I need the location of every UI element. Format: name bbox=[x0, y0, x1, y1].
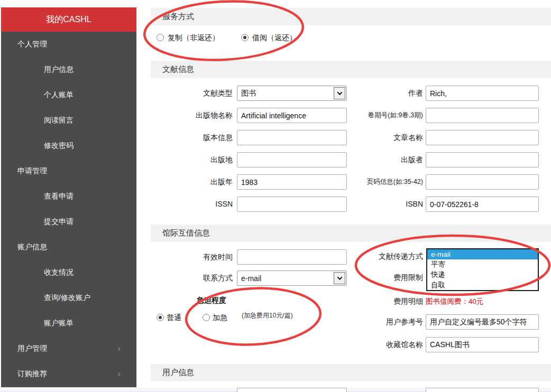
cashl-ill-request-page: { "sidebar": { "header": "我的CASHL", "ite… bbox=[0, 0, 551, 392]
fee-limit-label: 费用限制 bbox=[333, 270, 423, 285]
section-header-service-type: 服务方式 bbox=[151, 8, 551, 25]
isbn-input[interactable] bbox=[426, 197, 539, 212]
edition-info-input[interactable] bbox=[237, 130, 347, 145]
issn-input[interactable] bbox=[237, 197, 347, 212]
sidebar-item-account-info[interactable]: 账户信息 bbox=[1, 235, 136, 260]
rush-fee-note: (加急费用10元/篇) bbox=[242, 311, 293, 320]
delivery-method-label: 文献传递方式 bbox=[333, 249, 423, 264]
sidebar-item-user-mgmt[interactable]: 用户管理› bbox=[1, 336, 136, 361]
delivery-option-regular-mail[interactable]: 平寄 bbox=[427, 259, 538, 269]
valid-time-label: 有效时间 bbox=[143, 249, 233, 265]
chevron-right-icon: › bbox=[117, 344, 121, 353]
contact-method-label: 联系方式 bbox=[143, 270, 233, 286]
article-title-label: 文章名称 bbox=[333, 130, 423, 145]
radio-loan-return[interactable] bbox=[241, 34, 249, 41]
fee-detail-value: 图书借阅费：40元 bbox=[426, 294, 484, 309]
publisher-label: 出版者 bbox=[333, 152, 423, 167]
sidebar: 我的CASHL 个人管理 用户信息 个人账单 阅读留言 修改密码 申请管理 查看… bbox=[1, 7, 136, 387]
volume-issue-label: 卷期号(如:9卷,3期) bbox=[333, 108, 423, 123]
sidebar-item-query-modify-account[interactable]: 查询/修改账户 bbox=[1, 285, 136, 311]
publication-name-input[interactable] bbox=[237, 108, 347, 123]
publication-name-label: 出版物名称 bbox=[143, 108, 233, 123]
issn-label: ISSN bbox=[143, 197, 233, 212]
sidebar-item-account-bill[interactable]: 账户账单 bbox=[1, 311, 136, 336]
author-input[interactable] bbox=[426, 86, 539, 101]
sidebar-title: 我的CASHL bbox=[1, 7, 136, 32]
radio-urgency-rush[interactable] bbox=[203, 314, 210, 321]
section-header-user-info: 用户信息 bbox=[151, 364, 551, 381]
isbn-label: ISBN bbox=[333, 197, 423, 212]
page-info-label: 页码信息(如:35-42) bbox=[333, 174, 423, 190]
sidebar-item-view-requests[interactable]: 查看申请 bbox=[1, 184, 136, 209]
sidebar-item-personal-bill[interactable]: 个人账单 bbox=[1, 82, 136, 108]
sidebar-item-change-password[interactable]: 修改密码 bbox=[1, 133, 136, 158]
chevron-right-icon: › bbox=[117, 369, 121, 378]
publish-place-label: 出版地 bbox=[143, 152, 233, 167]
publisher-input[interactable] bbox=[426, 152, 539, 167]
fee-detail-label: 费用明细 bbox=[333, 294, 423, 309]
sidebar-item-user-info[interactable]: 用户信息 bbox=[1, 57, 136, 82]
section-header-document-info: 文献信息 bbox=[151, 61, 551, 78]
radio-copy-nonreturn[interactable] bbox=[157, 34, 164, 41]
radio-loan-return-label[interactable]: 借阅（返还） bbox=[252, 33, 297, 42]
user-info-field-left[interactable] bbox=[237, 388, 347, 392]
publish-place-input[interactable] bbox=[237, 152, 347, 167]
sidebar-menu: 个人管理 用户信息 个人账单 阅读留言 修改密码 申请管理 查看申请 提交申请 … bbox=[1, 32, 136, 387]
valid-time-input[interactable] bbox=[237, 249, 347, 265]
sidebar-item-personal-mgmt[interactable]: 个人管理 bbox=[1, 32, 136, 57]
user-info-field-right[interactable] bbox=[426, 388, 539, 392]
urgency-label: 急迫程度 bbox=[197, 296, 226, 305]
publish-year-input[interactable] bbox=[237, 174, 347, 190]
holding-library-label: 收藏馆名称 bbox=[333, 337, 423, 352]
article-title-input[interactable] bbox=[426, 130, 539, 145]
radio-urgency-normal[interactable] bbox=[157, 314, 164, 321]
holding-library-input[interactable] bbox=[426, 337, 539, 352]
sidebar-item-request-mgmt[interactable]: 申请管理 bbox=[1, 158, 136, 184]
radio-urgency-rush-label[interactable]: 加急 bbox=[213, 313, 227, 322]
sidebar-item-income-expense[interactable]: 收支情况 bbox=[1, 260, 136, 285]
sidebar-item-read-messages[interactable]: 阅读留言 bbox=[1, 108, 136, 133]
author-label: 作者 bbox=[333, 86, 423, 101]
sidebar-item-purchase-recommend[interactable]: 订购推荐› bbox=[1, 361, 136, 387]
user-ref-label: 用户参考号 bbox=[333, 314, 423, 330]
publish-year-label: 出版年 bbox=[143, 174, 233, 190]
sidebar-item-submit-request[interactable]: 提交申请 bbox=[1, 209, 136, 235]
edition-info-label: 版本信息 bbox=[143, 130, 233, 145]
radio-copy-nonreturn-label[interactable]: 复制（非返还） bbox=[168, 33, 219, 42]
volume-issue-input[interactable] bbox=[426, 108, 539, 123]
radio-urgency-normal-label[interactable]: 普通 bbox=[167, 313, 181, 322]
delivery-option-express[interactable]: 快递 bbox=[427, 269, 538, 279]
user-ref-input[interactable] bbox=[426, 314, 539, 330]
delivery-option-email[interactable]: e-mail bbox=[427, 249, 538, 259]
page-info-input[interactable] bbox=[426, 174, 539, 190]
doc-type-label: 文献类型 bbox=[143, 86, 233, 101]
section-header-ill-info: 馆际互借信息 bbox=[151, 225, 551, 242]
delivery-option-pickup[interactable]: 自取 bbox=[427, 280, 538, 290]
doc-type-select[interactable]: 图书 bbox=[237, 86, 347, 101]
contact-method-select[interactable]: e-mail bbox=[237, 270, 347, 286]
delivery-method-listbox[interactable]: e-mail 平寄 快递 自取 bbox=[426, 248, 539, 291]
